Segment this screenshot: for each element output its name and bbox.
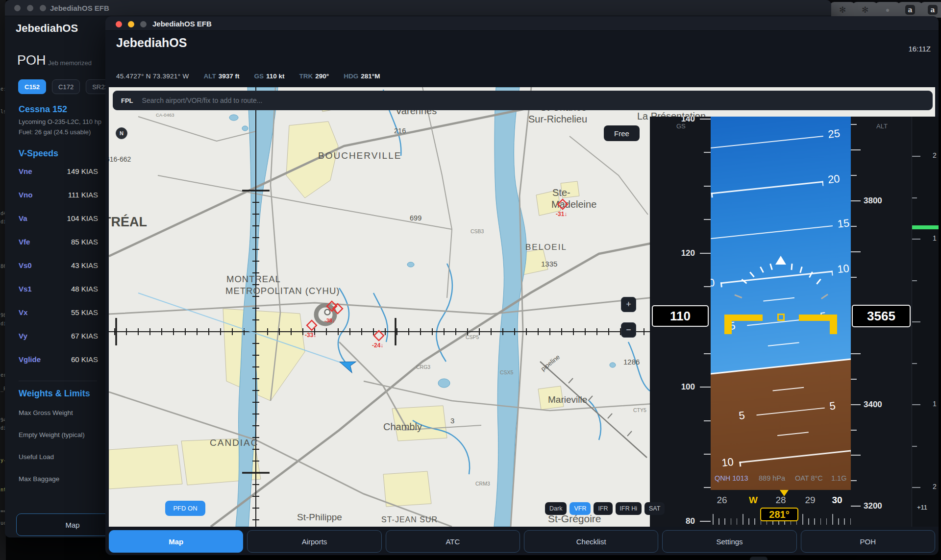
map-label: Marieville — [548, 394, 587, 405]
heading-tick — [713, 514, 714, 525]
map-mode-button[interactable]: Free — [604, 125, 640, 141]
heading-tick — [754, 518, 755, 525]
qnh-setting: QNH 1013 — [715, 474, 759, 482]
map-style-sat[interactable]: SAT — [644, 502, 665, 515]
speed-tick — [700, 253, 711, 254]
tab-airports[interactable]: Airports — [247, 530, 381, 553]
main-titlebar: JebediahOS EFB — [105, 16, 939, 31]
vsi-tick — [912, 404, 920, 405]
vspeed-label: Vglide — [19, 355, 41, 364]
alt-tick — [851, 251, 861, 252]
vsi-tick — [912, 280, 917, 281]
heading-tick — [844, 518, 845, 525]
minimize-icon[interactable] — [128, 21, 134, 27]
aircraft-engine: Lycoming O-235-L2C, 110 hp — [19, 118, 101, 125]
vspeed-value: 48 KIAS — [71, 285, 98, 293]
zoom-window-icon[interactable] — [40, 5, 46, 11]
pitch-label: 5 — [829, 399, 836, 413]
alt-tick-label: 3800 — [864, 196, 882, 206]
status-value: 290° — [315, 73, 329, 80]
minimize-icon[interactable] — [27, 5, 33, 11]
browser-tab[interactable]: ✻ — [852, 2, 878, 18]
speed-tick — [704, 186, 711, 187]
tab-settings[interactable]: Settings — [662, 530, 796, 553]
heading-tick — [808, 518, 809, 525]
traffic-diamond-icon — [374, 331, 384, 341]
map-label: 1335 — [541, 260, 557, 268]
alt-tick-label: 3200 — [864, 501, 882, 511]
weight-row: Useful Load — [19, 453, 54, 461]
roll-pointer-icon — [775, 256, 786, 265]
map-style-ifr-hi[interactable]: IFR Hi — [616, 502, 642, 515]
route-search-input[interactable] — [142, 97, 932, 104]
groundspeed-tape: GS 14012010080 110 — [650, 117, 711, 527]
tab-atc[interactable]: ATC — [386, 530, 520, 553]
close-icon[interactable] — [14, 5, 21, 11]
aircraft-tab-c172[interactable]: C172 — [52, 79, 80, 94]
pitch-hook — [739, 462, 741, 466]
vsi-label: 2 — [933, 151, 937, 159]
vspeed-row: Vno111 KIAS — [19, 191, 98, 199]
zoom-in-button[interactable]: + — [621, 297, 636, 312]
status-value: 281°M — [361, 73, 380, 80]
browser-tab[interactable]: ● — [875, 2, 900, 18]
weight-row: Max Baggage — [19, 475, 59, 483]
heading-label: 28 — [775, 495, 786, 506]
dock-item[interactable] — [750, 557, 768, 560]
vertical-speed-indicator: 2112 +11 — [912, 117, 939, 527]
alt-tick — [851, 353, 861, 354]
vsi-readout: +11 — [917, 504, 927, 511]
heading-tick — [802, 514, 803, 525]
speed-tick-label: 140 — [681, 117, 695, 124]
fpl-search-bar: FPL — [113, 91, 933, 110]
vsi-label: 1 — [933, 234, 937, 242]
map-label: -38↓ — [324, 317, 335, 323]
alt-tick — [851, 277, 857, 278]
map-label: Sur-Richelieu — [528, 114, 587, 124]
map-style-dark[interactable]: Dark — [545, 502, 567, 515]
close-icon[interactable] — [116, 21, 122, 27]
position-readout: 45.4727° N 73.3921° W — [116, 73, 189, 80]
vspeed-value: 104 KIAS — [67, 214, 98, 222]
browser-tab[interactable]: a — [897, 2, 923, 18]
pitch-label: 10 — [837, 262, 850, 276]
heading-tick — [718, 518, 719, 525]
utc-clock: 16:11Z — [908, 45, 931, 53]
zoom-window-icon[interactable] — [140, 21, 147, 27]
speed-tick — [704, 152, 711, 153]
traffic-markers: -33↓-24↓-31↓ — [305, 199, 568, 349]
status-label: TRK — [299, 73, 313, 80]
weight-row: Empty Weight (typical) — [19, 431, 85, 438]
heading-tick — [737, 518, 738, 525]
vspeed-label: Va — [19, 214, 27, 222]
zoom-out-button[interactable]: − — [621, 322, 636, 338]
map-style-vfr[interactable]: VFR — [570, 502, 591, 515]
tab-poh[interactable]: POH — [801, 530, 935, 553]
browser-tab[interactable]: a — [920, 2, 941, 18]
attitude-indicator: 252520201515101055551010 QNH 1013 889 hP… — [711, 117, 851, 490]
tab-checklist[interactable]: Checklist — [524, 530, 658, 553]
map-label: 216 — [394, 127, 406, 135]
pitch-label: 15 — [837, 217, 850, 230]
openai-swirl-icon: ✻ — [839, 5, 846, 15]
aircraft-fuel: Fuel: 26 gal (24.5 usable) — [19, 128, 91, 136]
speed-tick — [704, 353, 711, 354]
map-style-ifr[interactable]: IFR — [594, 502, 612, 515]
speed-tick — [700, 387, 711, 388]
tab-map[interactable]: Map — [109, 530, 243, 553]
pfd-toggle-button[interactable]: PFD ON — [165, 501, 205, 516]
browser-tab[interactable]: ✻ — [830, 2, 855, 18]
alt-tick — [851, 430, 857, 431]
vspeed-value: 43 KIAS — [71, 261, 98, 269]
pitch-label: 5 — [738, 409, 745, 422]
map-label: BOUCHERVILLE — [318, 150, 401, 161]
vspeed-label: Vx — [19, 308, 27, 317]
vspeed-label: Vs1 — [19, 285, 32, 293]
bottom-nav: MapAirportsATCChecklistSettingsPOH — [109, 530, 935, 553]
north-up-button[interactable]: N — [116, 127, 127, 139]
map-label: pipeline — [540, 353, 562, 372]
svg-text:-24↓: -24↓ — [372, 342, 383, 349]
map-label: CSB3 — [470, 228, 484, 234]
aircraft-tab-c152[interactable]: C152 — [18, 79, 46, 94]
map-style-switcher: DarkVFRIFRIFR HiSAT — [545, 502, 665, 515]
